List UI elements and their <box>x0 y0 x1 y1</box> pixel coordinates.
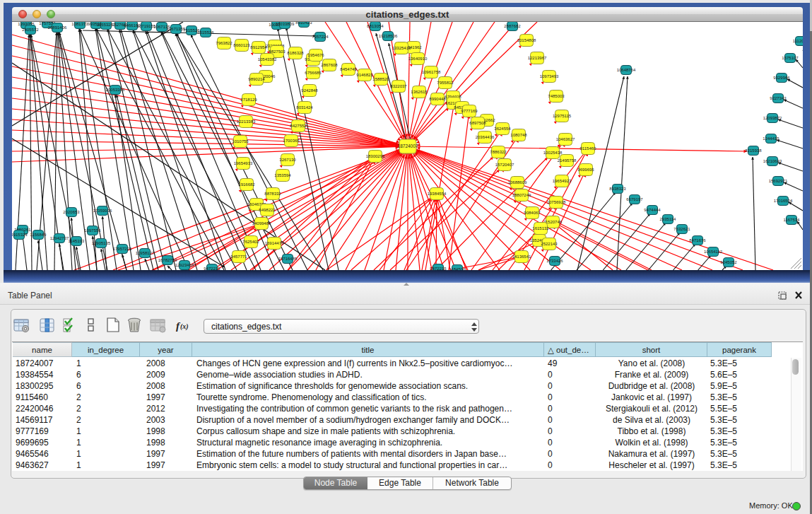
svg-text:9115460: 9115460 <box>580 146 597 151</box>
svg-text:1733426: 1733426 <box>546 259 563 263</box>
svg-text:2522143: 2522143 <box>541 242 558 246</box>
svg-text:9227343: 9227343 <box>770 96 787 100</box>
svg-text:1362615: 1362615 <box>411 90 428 94</box>
svg-text:3267130: 3267130 <box>279 158 296 162</box>
svg-text:9146821: 9146821 <box>356 73 373 77</box>
svg-text:8813054: 8813054 <box>367 24 384 28</box>
svg-text:1615132: 1615132 <box>532 226 549 230</box>
svg-text:12975115: 12975115 <box>553 114 572 118</box>
svg-text:10543382: 10543382 <box>258 57 277 62</box>
svg-text:20364436: 20364436 <box>476 135 495 139</box>
svg-text:18807249: 18807249 <box>512 193 531 197</box>
svg-text:19654933: 19654933 <box>234 161 253 165</box>
svg-text:10648764: 10648764 <box>617 68 636 72</box>
svg-text:12942737: 12942737 <box>50 236 69 240</box>
svg-text:18300295: 18300295 <box>366 154 385 158</box>
svg-text:19384554: 19384554 <box>428 192 447 196</box>
svg-text:8660123: 8660123 <box>233 43 250 47</box>
svg-text:1588520: 1588520 <box>372 77 389 81</box>
svg-text:8471676: 8471676 <box>689 238 706 243</box>
svg-text:1353594: 1353594 <box>274 173 291 177</box>
svg-text:7515526: 7515526 <box>197 30 214 35</box>
svg-text:7632621: 7632621 <box>673 227 690 231</box>
svg-text:1081373: 1081373 <box>71 22 88 26</box>
svg-text:9890214: 9890214 <box>248 77 265 81</box>
svg-text:10033809: 10033809 <box>276 22 295 26</box>
svg-text:10154808: 10154808 <box>517 38 536 42</box>
svg-text:9472215: 9472215 <box>430 267 447 270</box>
svg-text:8215938: 8215938 <box>745 148 762 153</box>
svg-text:18724007: 18724007 <box>398 144 418 148</box>
svg-text:8990448: 8990448 <box>429 97 446 101</box>
svg-text:7485003: 7485003 <box>548 94 565 98</box>
svg-text:9457771: 9457771 <box>230 255 247 259</box>
svg-text:9245052: 9245052 <box>720 260 737 264</box>
svg-text:1575107: 1575107 <box>782 56 799 60</box>
svg-text:8938323: 8938323 <box>609 187 626 191</box>
svg-text:2867608: 2867608 <box>321 63 338 67</box>
svg-text:16782759: 16782759 <box>158 258 177 262</box>
svg-text:2935114: 2935114 <box>660 217 677 221</box>
svg-text:8427552: 8427552 <box>290 124 307 128</box>
svg-text:20053346: 20053346 <box>106 88 125 92</box>
svg-text:1080748: 1080748 <box>510 133 527 137</box>
svg-text:12213967: 12213967 <box>528 56 547 60</box>
svg-text:19218506: 19218506 <box>379 34 398 38</box>
svg-text:6897508: 6897508 <box>469 121 486 125</box>
svg-text:9242848: 9242848 <box>301 88 318 93</box>
svg-text:13640910: 13640910 <box>408 57 428 61</box>
svg-text:8186328: 8186328 <box>287 51 304 55</box>
svg-text:(x): (x) <box>180 322 189 331</box>
svg-text:10025438: 10025438 <box>543 151 563 155</box>
svg-text:7963822: 7963822 <box>216 41 233 45</box>
svg-text:7955812: 7955812 <box>437 81 454 85</box>
svg-text:9474444: 9474444 <box>644 208 661 212</box>
svg-text:10973493: 10973493 <box>540 74 559 78</box>
svg-text:17016504: 17016504 <box>774 199 793 203</box>
svg-text:17957225: 17957225 <box>113 247 132 251</box>
svg-text:1700365: 1700365 <box>283 139 300 143</box>
svg-text:15716485: 15716485 <box>278 257 298 261</box>
svg-text:1010755: 1010755 <box>232 139 249 144</box>
svg-text:1097556: 1097556 <box>84 228 101 233</box>
svg-text:13325419: 13325419 <box>392 46 411 50</box>
svg-text:15720407: 15720407 <box>495 163 514 167</box>
svg-text:2020653: 2020653 <box>63 210 80 214</box>
svg-text:5498222: 5498222 <box>259 208 276 212</box>
svg-text:10688609: 10688609 <box>508 180 527 185</box>
svg-text:15692971: 15692971 <box>769 179 788 183</box>
svg-text:1954676: 1954676 <box>307 53 324 57</box>
svg-text:12905135: 12905135 <box>92 241 111 245</box>
svg-text:9472215: 9472215 <box>204 267 220 270</box>
svg-text:9699695: 9699695 <box>577 168 594 172</box>
svg-text:8031424: 8031424 <box>296 105 313 110</box>
svg-text:10654112: 10654112 <box>704 250 723 254</box>
svg-text:8322037: 8322037 <box>390 84 407 88</box>
svg-text:1145193: 1145193 <box>69 239 86 243</box>
svg-text:1156849: 1156849 <box>30 233 47 237</box>
svg-text:8454749: 8454749 <box>340 67 357 71</box>
svg-text:9329966: 9329966 <box>773 76 790 80</box>
svg-text:7357224: 7357224 <box>312 35 329 39</box>
svg-text:10958127: 10958127 <box>136 251 155 255</box>
svg-text:6756685: 6756685 <box>305 71 322 75</box>
svg-text:10463627: 10463627 <box>556 137 575 141</box>
svg-text:16914479: 16914479 <box>265 241 284 245</box>
svg-text:2887682: 2887682 <box>504 24 521 28</box>
svg-text:7886322: 7886322 <box>490 150 507 154</box>
svg-text:10756928: 10756928 <box>547 200 566 204</box>
svg-text:8878332: 8878332 <box>264 192 281 196</box>
svg-text:14136541: 14136541 <box>512 255 531 259</box>
svg-text:1184506: 1184506 <box>449 267 466 270</box>
svg-text:20891406: 20891406 <box>48 25 67 30</box>
svg-text:1167534: 1167534 <box>784 218 801 222</box>
svg-text:3915323: 3915323 <box>12 233 28 237</box>
svg-text:1112075: 1112075 <box>793 39 803 43</box>
svg-text:9084067: 9084067 <box>524 211 541 215</box>
svg-text:2405572: 2405572 <box>22 28 39 32</box>
svg-text:10961758: 10961758 <box>422 70 441 74</box>
svg-text:1244415: 1244415 <box>763 136 779 141</box>
svg-text:2718129: 2718129 <box>240 98 257 102</box>
svg-text:12213383: 12213383 <box>237 119 256 124</box>
svg-text:9777169: 9777169 <box>461 109 478 113</box>
